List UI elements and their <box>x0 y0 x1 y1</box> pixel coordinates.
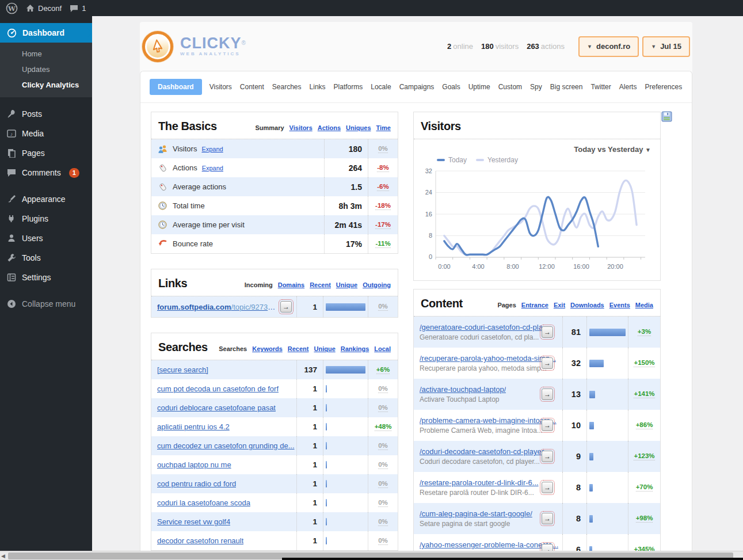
tab-twitter[interactable]: Twitter <box>586 79 615 94</box>
searches-nav-searches[interactable]: Searches <box>219 345 247 352</box>
sidebar-item-dashboard[interactable]: Dashboard <box>0 23 92 43</box>
open-page-button[interactable]: → <box>542 420 553 431</box>
sidebar-item-home[interactable]: Home <box>0 46 92 62</box>
tab-searches[interactable]: Searches <box>268 79 306 94</box>
basics-nav-visitors[interactable]: Visitors <box>289 124 313 131</box>
open-page-button[interactable]: → <box>542 513 553 524</box>
basics-change: -17% <box>375 221 391 229</box>
sidebar-item-plugins[interactable]: Plugins <box>0 209 92 228</box>
searches-nav-keywords[interactable]: Keywords <box>252 345 283 352</box>
content-nav-media[interactable]: Media <box>635 302 653 308</box>
search-term-link[interactable]: coduri deblocare casetofoane pasat <box>157 403 276 412</box>
site-selector-button[interactable]: ▼ deconf.ro <box>578 36 639 57</box>
search-row: aplicatii pentru ios 4.2 1 +48% <box>151 417 398 436</box>
searches-nav-unique[interactable]: Unique <box>314 345 335 352</box>
open-page-button[interactable]: → <box>542 326 553 338</box>
tab-uptime[interactable]: Uptime <box>464 79 494 94</box>
value-bar <box>326 499 327 506</box>
open-link-button[interactable]: → <box>280 301 292 313</box>
sidebar-item-pages[interactable]: Pages <box>0 143 92 163</box>
search-term-link[interactable]: cum pot decoda un casetofon de forf <box>157 384 279 393</box>
tab-goals[interactable]: Goals <box>438 79 464 94</box>
links-nav-recent[interactable]: Recent <box>310 281 331 288</box>
search-value: 1 <box>296 474 323 493</box>
search-term-link[interactable]: cum decodez un casetofon grunding de... <box>157 441 295 450</box>
tab-preferences[interactable]: Preferences <box>641 79 686 94</box>
links-nav-unique[interactable]: Unique <box>336 281 357 288</box>
sidebar-item-media[interactable]: ♪ Media <box>0 124 92 143</box>
tab-content[interactable]: Content <box>236 79 268 94</box>
page-url-link[interactable]: /coduri-decodare-casetofon-cd-player... <box>420 447 550 456</box>
search-term-link[interactable]: cod pentru radio cd ford <box>157 479 236 488</box>
date-selector-button[interactable]: ▼ Jul 15 <box>642 36 690 57</box>
chart-comparison-selector[interactable]: Today vs Yesterday ▼ <box>420 143 654 155</box>
tab-spy[interactable]: Spy <box>526 79 546 94</box>
basics-nav-uniques[interactable]: Uniques <box>346 124 371 131</box>
tab-platforms[interactable]: Platforms <box>330 79 367 94</box>
links-nav-incoming[interactable]: Incoming <box>245 281 273 288</box>
expand-link[interactable]: Expand <box>202 165 223 172</box>
page-url-link[interactable]: /yahoo-messenger-probleme-la-conecta... <box>420 540 558 549</box>
search-term-link[interactable]: ouchpad laptop nu me <box>157 460 231 469</box>
tab-custom[interactable]: Custom <box>494 79 526 94</box>
incoming-link[interactable]: forum.softpedia.com/topic/927395-re... <box>157 303 276 311</box>
sidebar-item-posts[interactable]: Posts <box>0 104 92 124</box>
searches-nav-recent[interactable]: Recent <box>288 345 309 352</box>
basics-nav-summary[interactable]: Summary <box>255 124 284 131</box>
wordpress-logo-icon[interactable]: W <box>6 2 18 14</box>
page-url-link[interactable]: /cum-aleg-pagina-de-start-google/ <box>420 509 532 518</box>
tab-links[interactable]: Links <box>306 79 330 94</box>
save-icon[interactable] <box>661 111 672 122</box>
content-nav-downloads[interactable]: Downloads <box>570 302 604 308</box>
links-nav-outgoing[interactable]: Outgoing <box>363 281 391 288</box>
sidebar-item-tools[interactable]: Tools <box>0 248 92 268</box>
page-url-link[interactable]: /recuperare-parola-yahoo-metoda-simp... <box>420 354 556 363</box>
page-url-link[interactable]: /activare-touchpad-laptop/ <box>420 385 506 394</box>
tab-campaigns[interactable]: Campaigns <box>395 79 439 94</box>
links-nav-domains[interactable]: Domains <box>278 281 304 288</box>
tab-locale[interactable]: Locale <box>367 79 395 94</box>
searches-nav-rankings[interactable]: Rankings <box>341 345 369 352</box>
tab-big-screen[interactable]: Big screen <box>546 79 587 94</box>
content-nav-entrance[interactable]: Entrance <box>521 302 548 308</box>
tab-dashboard[interactable]: Dashboard <box>150 79 202 95</box>
open-page-button[interactable]: → <box>542 388 553 400</box>
search-term-link[interactable]: Service reset vw golf4 <box>157 517 230 526</box>
content-nav-pages[interactable]: Pages <box>497 302 516 308</box>
search-term-link[interactable]: decodor casetofon renault <box>157 536 243 545</box>
yesterday-swatch <box>476 159 484 161</box>
search-term-link[interactable]: [secure search] <box>157 365 208 374</box>
scroll-left-arrow-icon[interactable]: ◀ <box>1 553 5 559</box>
page-url-link[interactable]: /probleme-camera-web-imagine-intoars... <box>420 416 557 425</box>
page-url-link[interactable]: /generatoare-coduri-casetofon-cd-pla... <box>420 323 549 332</box>
sidebar-item-comments[interactable]: Comments 1 <box>0 163 92 182</box>
page-value: 8 <box>562 472 586 503</box>
open-page-button[interactable]: → <box>542 482 553 493</box>
sidebar-item-settings[interactable]: Settings <box>0 268 92 287</box>
basics-nav-actions[interactable]: Actions <box>318 124 341 131</box>
search-value: 1 <box>296 455 323 474</box>
site-link[interactable]: Deconf <box>26 4 62 13</box>
page-url-link[interactable]: /resetare-parola-router-d-link-dir-6... <box>420 478 539 487</box>
tab-alerts[interactable]: Alerts <box>615 79 641 94</box>
sidebar-item-clicky-analytics[interactable]: Clicky Analytics <box>0 77 92 93</box>
open-page-button[interactable]: → <box>542 357 553 369</box>
content-nav-events[interactable]: Events <box>609 302 630 308</box>
value-bar <box>589 360 604 367</box>
sidebar-item-appearance[interactable]: Appearance <box>0 189 92 209</box>
open-page-button[interactable]: → <box>542 451 553 462</box>
search-term-link[interactable]: aplicatii pentru ios 4.2 <box>157 422 230 431</box>
expand-link[interactable]: Expand <box>201 146 223 153</box>
page-change: +141% <box>634 390 654 398</box>
tab-visitors[interactable]: Visitors <box>205 79 236 94</box>
search-value: 1 <box>296 531 323 550</box>
basics-nav-time[interactable]: Time <box>376 124 391 131</box>
searches-nav-local[interactable]: Local <box>374 345 391 352</box>
sidebar-item-users[interactable]: Users <box>0 228 92 248</box>
search-term-link[interactable]: coduri la casetofoane scoda <box>157 498 250 507</box>
content-nav-exit[interactable]: Exit <box>554 302 565 308</box>
basics-row-visitors: VisitorsExpand 180 0% <box>151 139 398 158</box>
sidebar-item-updates[interactable]: Updates <box>0 62 92 77</box>
collapse-menu-button[interactable]: Collapse menu <box>0 294 92 314</box>
comments-shortcut[interactable]: 1 <box>70 4 86 13</box>
